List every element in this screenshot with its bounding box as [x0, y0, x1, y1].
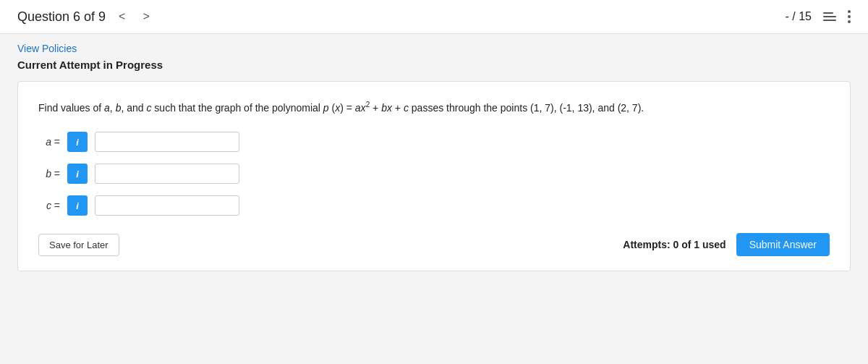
- attempt-status-label: Current Attempt in Progress: [17, 59, 851, 71]
- prev-button[interactable]: <: [114, 9, 129, 25]
- footer-right: Attempts: 0 of 1 used Submit Answer: [623, 233, 830, 256]
- list-icon[interactable]: [823, 12, 836, 21]
- more-options-icon[interactable]: [848, 10, 851, 23]
- info-button-c[interactable]: i: [67, 195, 88, 216]
- info-button-b[interactable]: i: [67, 164, 88, 184]
- question-title: Question 6 of 9: [17, 9, 106, 25]
- score-display: - / 15: [786, 10, 812, 23]
- header-left: Question 6 of 9 < >: [17, 9, 154, 25]
- page-wrapper: Question 6 of 9 < > - / 15 View Policies…: [0, 0, 868, 364]
- question-text: Find values of a, b, and c such that the…: [38, 99, 830, 116]
- info-button-a[interactable]: i: [67, 132, 88, 152]
- input-c[interactable]: [95, 195, 239, 216]
- input-a[interactable]: [95, 132, 239, 152]
- input-row-b: b = i: [38, 164, 830, 184]
- view-policies-link[interactable]: View Policies: [17, 43, 77, 54]
- card-footer: Save for Later Attempts: 0 of 1 used Sub…: [38, 233, 830, 256]
- label-b: b =: [38, 168, 60, 179]
- content-area: View Policies Current Attempt in Progres…: [0, 34, 868, 289]
- header-right: - / 15: [786, 10, 851, 23]
- input-b[interactable]: [95, 164, 239, 184]
- attempts-text: Attempts: 0 of 1 used: [623, 239, 726, 250]
- label-a: a =: [38, 136, 60, 148]
- label-c: c =: [38, 200, 60, 211]
- input-row-a: a = i: [38, 132, 830, 152]
- save-for-later-button[interactable]: Save for Later: [38, 234, 119, 256]
- header-bar: Question 6 of 9 < > - / 15: [0, 0, 868, 34]
- next-button[interactable]: >: [138, 9, 153, 25]
- question-card: Find values of a, b, and c such that the…: [17, 81, 851, 271]
- variable-list: a, b, and c: [104, 102, 151, 114]
- input-row-c: c = i: [38, 195, 830, 216]
- submit-answer-button[interactable]: Submit Answer: [736, 233, 830, 256]
